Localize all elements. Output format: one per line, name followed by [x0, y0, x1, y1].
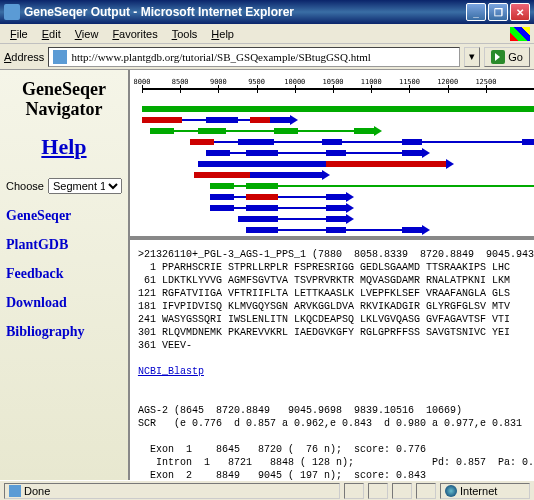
menu-favorites[interactable]: Favorites — [106, 26, 163, 42]
link-plantgdb[interactable]: PlantGDB — [6, 237, 122, 253]
address-label: Address — [4, 51, 44, 63]
page-icon — [53, 50, 67, 64]
app-icon — [4, 4, 20, 20]
window-title: GeneSeqer Output - Microsoft Internet Ex… — [24, 5, 466, 19]
go-button[interactable]: Go — [484, 47, 530, 67]
link-feedback[interactable]: Feedback — [6, 266, 122, 282]
close-button[interactable]: ✕ — [510, 3, 530, 21]
address-dropdown[interactable]: ▾ — [464, 47, 480, 67]
sidebar: GeneSeqerNavigator Help Choose Segment 1… — [0, 70, 130, 480]
sidebar-heading: GeneSeqerNavigator — [6, 80, 122, 120]
ruler: 8000850090009500100001050011000115001200… — [130, 78, 534, 102]
main-pane: 8000850090009500100001050011000115001200… — [130, 70, 534, 480]
ncbi-blastp-link[interactable]: NCBI_Blastp — [138, 366, 204, 377]
segment-select[interactable]: Segment 1 — [48, 178, 122, 194]
url-text: http://www.plantgdb.org/tutorial/SB_GSQe… — [71, 51, 455, 63]
address-bar: Address http://www.plantgdb.org/tutorial… — [0, 44, 534, 70]
maximize-button[interactable]: ❐ — [488, 3, 508, 21]
sequence-output[interactable]: >21326110+_PGL-3_AGS-1_PPS_1 (7880 8058.… — [130, 240, 534, 480]
choose-label: Choose — [6, 180, 44, 192]
globe-icon — [445, 485, 457, 497]
menu-bar: File Edit View Favorites Tools Help — [0, 24, 534, 44]
go-label: Go — [508, 51, 523, 63]
help-link[interactable]: Help — [6, 134, 122, 160]
status-pane-2 — [344, 483, 364, 499]
link-bibliography[interactable]: Bibliography — [6, 324, 122, 340]
minimize-button[interactable]: _ — [466, 3, 486, 21]
title-bar: GeneSeqer Output - Microsoft Internet Ex… — [0, 0, 534, 24]
windows-flag-icon — [510, 27, 530, 41]
menu-file[interactable]: File — [4, 26, 34, 42]
link-geneseqer[interactable]: GeneSeqer — [6, 208, 122, 224]
menu-edit[interactable]: Edit — [36, 26, 67, 42]
status-zone: Internet — [440, 483, 530, 499]
gene-visualization[interactable]: 8000850090009500100001050011000115001200… — [130, 70, 534, 240]
menu-tools[interactable]: Tools — [166, 26, 204, 42]
address-input[interactable]: http://www.plantgdb.org/tutorial/SB_GSQe… — [48, 47, 460, 67]
menu-help[interactable]: Help — [205, 26, 240, 42]
status-bar: Done Internet — [0, 480, 534, 500]
status-done: Done — [4, 483, 340, 499]
status-pane-3 — [368, 483, 388, 499]
menu-view[interactable]: View — [69, 26, 105, 42]
link-download[interactable]: Download — [6, 295, 122, 311]
status-pane-4 — [392, 483, 412, 499]
page-status-icon — [9, 485, 21, 497]
go-arrow-icon — [491, 50, 505, 64]
status-pane-5 — [416, 483, 436, 499]
tracks — [142, 104, 534, 230]
choose-row: Choose Segment 1 — [6, 178, 122, 194]
